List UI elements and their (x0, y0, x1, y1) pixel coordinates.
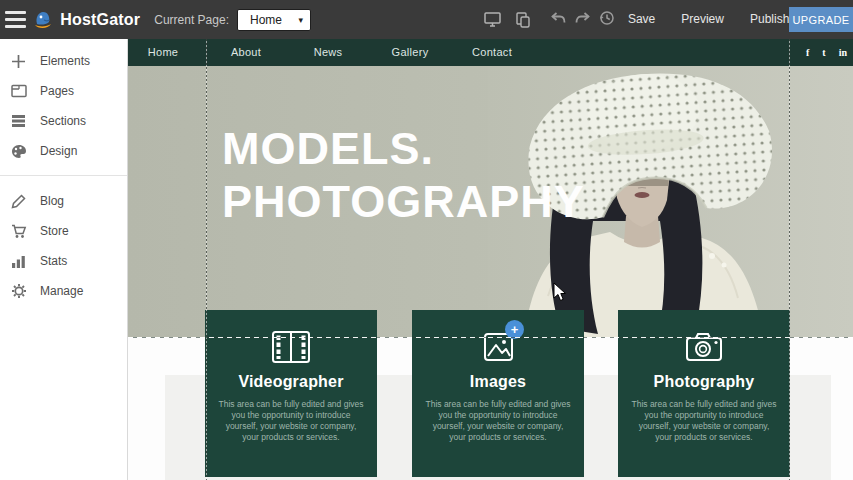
builder-window: HostGator Current Page: Home ▾ (0, 0, 853, 480)
social-links: f t in (806, 39, 847, 66)
device-view-group (483, 11, 533, 29)
sidebar-item-label: Manage (40, 284, 83, 298)
page-select-value: Home (250, 13, 298, 27)
sidebar-item-label: Stats (40, 254, 67, 268)
card-body: This area can be fully edited and gives … (618, 399, 790, 443)
linkedin-icon[interactable]: in (839, 47, 847, 58)
sidebar-item-pages[interactable]: Pages (0, 76, 127, 106)
sidebar-item-design[interactable]: Design (0, 136, 127, 166)
card-photography[interactable]: Photography This area can be fully edite… (618, 310, 790, 477)
page-icon (10, 83, 27, 100)
stats-icon (10, 253, 27, 270)
card-title: Images (412, 373, 584, 391)
sidebar-item-label: Store (40, 224, 69, 238)
hero-title-line1: MODELS. (222, 122, 585, 175)
undo-icon[interactable] (551, 11, 566, 29)
hero-section[interactable]: MODELS. PHOTOGRAPHY (128, 66, 853, 337)
sidebar-item-elements[interactable]: Elements (0, 46, 127, 76)
history-group (551, 10, 615, 30)
hero-title-line2: PHOTOGRAPHY (222, 175, 585, 228)
sections-icon (10, 113, 27, 130)
palette-icon (10, 143, 27, 160)
card-body: This area can be fully edited and gives … (412, 399, 584, 443)
facebook-icon[interactable]: f (806, 47, 809, 58)
nav-item-contact[interactable]: Contact (472, 39, 512, 66)
sidebar-item-stats[interactable]: Stats (0, 246, 127, 276)
brand-name: HostGator (60, 11, 140, 29)
card-body: This area can be fully edited and gives … (205, 399, 377, 443)
history-icon[interactable] (599, 10, 615, 30)
sidebar-item-store[interactable]: Store (0, 216, 127, 246)
card-title: Videographer (205, 373, 377, 391)
twitter-icon[interactable]: t (822, 47, 825, 58)
plus-icon (10, 53, 27, 70)
cart-icon (10, 223, 27, 240)
site-preview-canvas[interactable]: Home About News Gallery Contact f t in (128, 39, 853, 480)
camera-icon (618, 327, 790, 367)
redo-icon[interactable] (575, 11, 590, 29)
desktop-view-icon[interactable] (483, 11, 503, 29)
nav-item-about[interactable]: About (231, 39, 261, 66)
sidebar-item-label: Design (40, 144, 77, 158)
sidebar-item-manage[interactable]: Manage (0, 276, 127, 306)
sidebar-item-sections[interactable]: Sections (0, 106, 127, 136)
chevron-down-icon: ▾ (298, 15, 303, 25)
image-add-icon: + (412, 327, 584, 367)
save-button[interactable]: Save (615, 0, 668, 39)
sidebar-item-blog[interactable]: Blog (0, 186, 127, 216)
nav-item-gallery[interactable]: Gallery (392, 39, 429, 66)
sidebar: Elements Pages Sections Design Blo (0, 39, 128, 480)
gear-icon (10, 283, 27, 300)
pencil-icon (10, 193, 27, 210)
site-nav: Home About News Gallery Contact f t in (128, 39, 853, 66)
mobile-view-icon[interactable] (513, 11, 533, 29)
preview-button[interactable]: Preview (668, 0, 737, 39)
menu-icon[interactable] (0, 0, 30, 39)
page-select-dropdown[interactable]: Home ▾ (237, 9, 311, 31)
card-videographer[interactable]: Videographer This area can be fully edit… (205, 310, 377, 477)
nav-item-news[interactable]: News (314, 39, 343, 66)
sidebar-divider (0, 175, 127, 176)
card-title: Photography (618, 373, 790, 391)
topbar: HostGator Current Page: Home ▾ (0, 0, 853, 39)
hero-title[interactable]: MODELS. PHOTOGRAPHY (222, 122, 585, 228)
current-page-label: Current Page: (154, 13, 229, 27)
hostgator-logo: HostGator (32, 9, 140, 31)
add-image-button[interactable]: + (505, 320, 524, 339)
sidebar-item-label: Elements (40, 54, 90, 68)
gator-icon (32, 9, 54, 31)
card-images[interactable]: + Images This area can be fully edited a… (412, 310, 584, 477)
upgrade-button[interactable]: UPGRADE (789, 7, 853, 32)
sidebar-item-label: Sections (40, 114, 86, 128)
nav-item-home[interactable]: Home (148, 39, 179, 66)
sidebar-item-label: Blog (40, 194, 64, 208)
sidebar-item-label: Pages (40, 84, 74, 98)
film-icon (205, 327, 377, 367)
